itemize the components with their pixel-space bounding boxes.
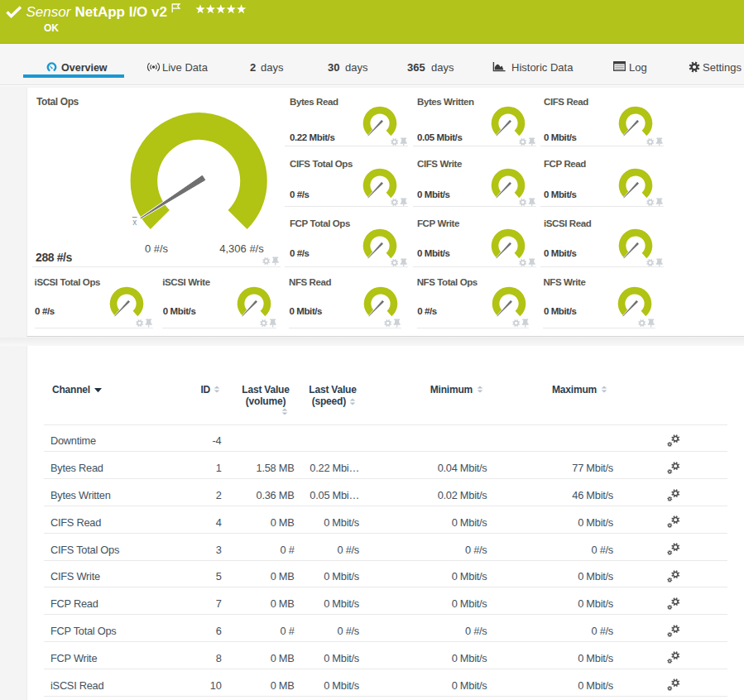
svg-text:x: x <box>132 218 137 227</box>
